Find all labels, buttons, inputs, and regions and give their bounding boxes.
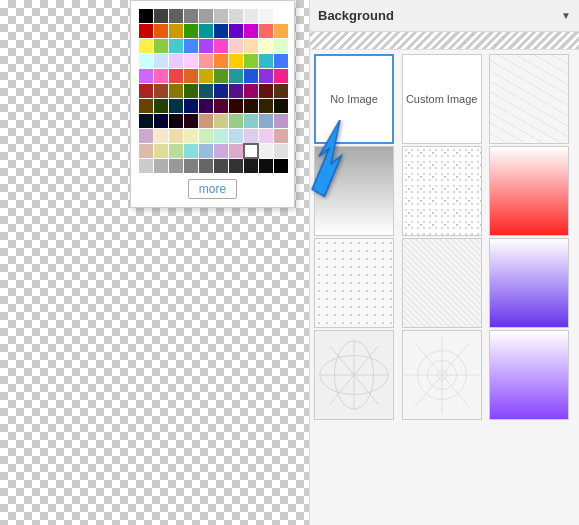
color-cell-32[interactable] [169,54,183,68]
color-cell-6[interactable] [229,9,243,23]
color-cell-103[interactable] [184,159,198,173]
color-cell-3[interactable] [184,9,198,23]
color-cell-51[interactable] [154,84,168,98]
color-cell-46[interactable] [229,69,243,83]
color-cell-58[interactable] [259,84,273,98]
color-cell-64[interactable] [199,99,213,113]
color-cell-53[interactable] [184,84,198,98]
color-cell-15[interactable] [214,24,228,38]
bg-item-gradient-purple2[interactable] [489,330,569,420]
color-cell-30[interactable] [139,54,153,68]
color-cell-57[interactable] [244,84,258,98]
color-cell-82[interactable] [169,129,183,143]
color-cell-9[interactable] [274,9,288,23]
bg-item-gradient-red[interactable] [489,146,569,236]
color-cell-12[interactable] [169,24,183,38]
color-cell-70[interactable] [139,114,153,128]
color-cell-96[interactable] [229,144,243,158]
color-cell-95[interactable] [214,144,228,158]
color-cell-108[interactable] [259,159,273,173]
bg-item-snowflake1[interactable] [314,330,394,420]
color-cell-22[interactable] [169,39,183,53]
bg-item-gradient-purple[interactable] [489,238,569,328]
color-cell-34[interactable] [199,54,213,68]
color-cell-81[interactable] [154,129,168,143]
color-cell-21[interactable] [154,39,168,53]
color-cell-11[interactable] [154,24,168,38]
color-cell-92[interactable] [169,144,183,158]
color-cell-60[interactable] [139,99,153,113]
color-cell-100[interactable] [139,159,153,173]
color-cell-0[interactable] [139,9,153,23]
color-cell-35[interactable] [214,54,228,68]
color-cell-36[interactable] [229,54,243,68]
color-cell-55[interactable] [214,84,228,98]
bg-item-pattern3[interactable] [402,238,482,328]
color-cell-74[interactable] [199,114,213,128]
bg-item-pattern1[interactable] [402,146,482,236]
color-cell-56[interactable] [229,84,243,98]
color-cell-83[interactable] [184,129,198,143]
color-cell-29[interactable] [274,39,288,53]
color-cell-16[interactable] [229,24,243,38]
color-cell-31[interactable] [154,54,168,68]
color-cell-89[interactable] [274,129,288,143]
color-cell-52[interactable] [169,84,183,98]
color-cell-20[interactable] [139,39,153,53]
color-cell-40[interactable] [139,69,153,83]
color-cell-85[interactable] [214,129,228,143]
color-cell-72[interactable] [169,114,183,128]
color-cell-101[interactable] [154,159,168,173]
color-cell-102[interactable] [169,159,183,173]
color-cell-106[interactable] [229,159,243,173]
color-cell-90[interactable] [139,144,153,158]
color-cell-99[interactable] [274,144,288,158]
color-cell-104[interactable] [199,159,213,173]
color-cell-5[interactable] [214,9,228,23]
color-cell-71[interactable] [154,114,168,128]
color-cell-69[interactable] [274,99,288,113]
color-cell-23[interactable] [184,39,198,53]
color-cell-43[interactable] [184,69,198,83]
color-cell-105[interactable] [214,159,228,173]
color-cell-97[interactable] [244,144,258,158]
color-cell-75[interactable] [214,114,228,128]
color-cell-86[interactable] [229,129,243,143]
color-cell-93[interactable] [184,144,198,158]
background-dropdown-arrow[interactable]: ▼ [561,10,571,21]
color-cell-10[interactable] [139,24,153,38]
color-cell-78[interactable] [259,114,273,128]
color-cell-84[interactable] [199,129,213,143]
color-cell-27[interactable] [244,39,258,53]
color-cell-79[interactable] [274,114,288,128]
bg-item-gradient-gray[interactable] [314,146,394,236]
color-cell-68[interactable] [259,99,273,113]
bg-item-no-image[interactable]: No Image [314,54,394,144]
color-cell-54[interactable] [199,84,213,98]
color-cell-49[interactable] [274,69,288,83]
color-cell-24[interactable] [199,39,213,53]
color-cell-63[interactable] [184,99,198,113]
color-cell-94[interactable] [199,144,213,158]
color-cell-66[interactable] [229,99,243,113]
bg-item-custom-image[interactable]: Custom Image [402,54,482,144]
color-cell-87[interactable] [244,129,258,143]
color-cell-17[interactable] [244,24,258,38]
color-cell-41[interactable] [154,69,168,83]
color-cell-107[interactable] [244,159,258,173]
color-cell-109[interactable] [274,159,288,173]
bg-item-snowflake2[interactable] [402,330,482,420]
color-cell-39[interactable] [274,54,288,68]
color-cell-48[interactable] [259,69,273,83]
color-cell-45[interactable] [214,69,228,83]
color-cell-77[interactable] [244,114,258,128]
color-cell-42[interactable] [169,69,183,83]
color-cell-50[interactable] [139,84,153,98]
color-cell-98[interactable] [259,144,273,158]
color-cell-65[interactable] [214,99,228,113]
color-cell-14[interactable] [199,24,213,38]
color-cell-76[interactable] [229,114,243,128]
more-colors-button[interactable]: more [188,179,237,199]
color-cell-37[interactable] [244,54,258,68]
color-cell-80[interactable] [139,129,153,143]
